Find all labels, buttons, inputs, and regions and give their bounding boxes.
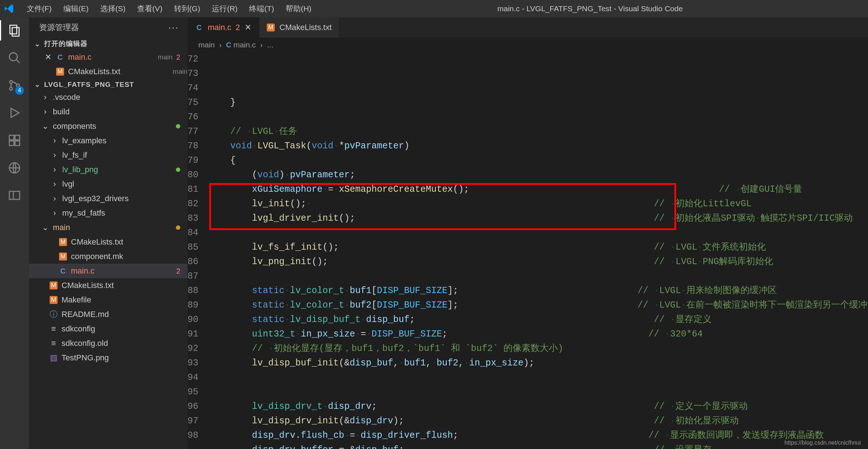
menu-item[interactable]: 查看(V) (132, 2, 168, 15)
svg-rect-13 (9, 191, 20, 199)
code-line[interactable]: static·lv_color_t·buf2[DISP_BUF_SIZE]; /… (208, 298, 868, 313)
open-editors-header[interactable]: ⌄ 打开的编辑器 (29, 38, 187, 50)
file-item[interactable]: MCMakeLists.txt (29, 235, 187, 249)
code-line[interactable] (208, 385, 868, 399)
code-line[interactable]: lv_disp_drv_t·disp_drv; // ·定义一个显示驱动 (208, 399, 868, 414)
menu-item[interactable]: 运行(R) (207, 2, 243, 15)
folder-name: lvgl (62, 179, 187, 189)
folder-item[interactable]: ›lvgl_esp32_drivers (29, 191, 187, 206)
line-number: 90 (187, 313, 198, 327)
open-editor-item[interactable]: MCMakeLists.txtmain (29, 64, 187, 79)
close-icon[interactable]: ✕ (244, 24, 252, 31)
file-item[interactable]: ≡sdkconfig.old (29, 336, 187, 351)
menu-item[interactable]: 帮助(H) (281, 2, 316, 15)
file-item[interactable]: ⓘREADME.md (29, 307, 187, 322)
menu-item[interactable]: 编辑(E) (58, 2, 94, 15)
close-icon[interactable]: ✕ (44, 52, 52, 62)
editor-tab[interactable]: Cmain.c2✕ (187, 17, 259, 38)
code-content[interactable]: } // ·LVGL·任务 void·LVGL_Task(void·*pvPar… (208, 52, 868, 449)
file-icon: C (195, 24, 203, 32)
code-line[interactable]: } (208, 96, 868, 110)
folder-item[interactable]: ›build (29, 105, 187, 119)
code-line[interactable]: lvgl_driver_init(); // ·初始化液晶SPI驱动·触摸芯片S… (208, 211, 868, 226)
sidebar-title: 资源管理器 (39, 22, 79, 33)
folder-item[interactable]: ›lv_examples (29, 134, 187, 148)
line-number: 75 (187, 96, 198, 110)
file-name: README.md (62, 310, 187, 319)
folder-item[interactable]: ›lv_lib_png (29, 162, 187, 177)
file-icon: M (49, 281, 58, 289)
breadcrumb-item[interactable]: main (198, 41, 215, 49)
code-line[interactable]: // ·LVGL·任务 (208, 124, 868, 139)
line-number: 73 (187, 67, 198, 81)
breadcrumb-item[interactable]: ... (267, 41, 274, 49)
file-item[interactable]: ≡sdkconfig (29, 322, 187, 336)
chevron-right-icon: › (260, 41, 263, 49)
folder-item[interactable]: ⌄components (29, 119, 187, 134)
code-line[interactable]: lv_init();· // ·初始化LittlevGL (208, 197, 868, 211)
breadcrumb-item[interactable]: Cmain.c (226, 41, 256, 49)
code-line[interactable] (208, 269, 868, 284)
file-item[interactable]: Mcomponent.mk (29, 249, 187, 264)
search-icon[interactable] (6, 49, 23, 67)
file-name: main.c (68, 52, 151, 62)
code-line[interactable]: void·LVGL_Task(void·*pvParameter) (208, 139, 868, 153)
menu-item[interactable]: 文件(F) (22, 2, 57, 15)
problem-badge: 2 (176, 53, 180, 62)
folder-item[interactable]: ›.vscode (29, 90, 187, 105)
line-number: 87 (187, 269, 198, 284)
code-line[interactable] (208, 370, 868, 385)
code-line[interactable] (208, 226, 868, 240)
layout-icon[interactable] (6, 187, 23, 204)
menu-item[interactable]: 转到(G) (169, 2, 205, 15)
code-line[interactable]: xGuiSemaphore·=·xSemaphoreCreateMutex();… (208, 182, 868, 197)
folder-item[interactable]: ⌄main (29, 220, 187, 235)
breadcrumb[interactable]: main›Cmain.c›... (187, 38, 868, 52)
editor-tab[interactable]: MCMakeLists.txt (259, 17, 339, 38)
line-number: 81 (187, 182, 198, 197)
chevron-right-icon: › (51, 194, 59, 203)
chevron-right-icon: › (51, 136, 59, 145)
open-editor-item[interactable]: ✕Cmain.cmain2 (29, 50, 187, 64)
file-icon: ≡ (49, 324, 58, 334)
code-line[interactable]: lv_fs_if_init(); // ·LVGL·文件系统初始化 (208, 240, 868, 255)
code-line[interactable]: lv_disp_drv_init(&disp_drv); // ·初始化显示驱动 (208, 414, 868, 428)
file-name: component.mk (71, 252, 187, 261)
code-line[interactable]: static·lv_color_t·buf1[DISP_BUF_SIZE]; /… (208, 284, 868, 298)
folder-item[interactable]: ›my_sd_fatfs (29, 206, 187, 220)
extensions-icon[interactable] (6, 132, 23, 149)
scm-icon[interactable]: 4 (6, 77, 23, 94)
code-line[interactable]: uint32_t·in_px_size·=·DISP_BUF_SIZE; // … (208, 327, 868, 342)
window-title: main.c - LVGL_FATFS_PNG_Test - Visual St… (316, 4, 864, 13)
code-editor[interactable]: 7273747576777879808182838485868788899091… (187, 52, 868, 449)
menu-item[interactable]: 终端(T) (244, 2, 279, 15)
code-line[interactable]: // ·初始化显存(显存，buf1，buf2，`buf1` 和 `buf2` 的… (208, 342, 868, 356)
tab-badge: 2 (236, 23, 240, 32)
code-line[interactable]: lv_png_init(); // ·LVGL·PNG解码库初始化 (208, 255, 868, 269)
code-line[interactable]: lv_disp_buf_init(&disp_buf,·buf1,·buf2,·… (208, 356, 868, 370)
file-item[interactable]: MCMakeLists.txt (29, 278, 187, 293)
folder-name: .vscode (53, 93, 187, 102)
file-icon: M (59, 238, 67, 246)
menu-item[interactable]: 选择(S) (95, 2, 131, 15)
svg-marker-7 (11, 108, 19, 117)
code-line[interactable]: static·lv_disp_buf_t·disp_buf; // ·显存定义 (208, 313, 868, 327)
tab-label: main.c (208, 23, 231, 32)
file-path: main (173, 68, 187, 76)
code-line[interactable]: disp_drv.flush_cb·=·disp_driver_flush; /… (208, 428, 868, 443)
code-line[interactable] (208, 110, 868, 124)
file-icon: ≡ (49, 339, 58, 348)
folder-item[interactable]: ›lvgl (29, 177, 187, 191)
file-item[interactable]: ▧TestPNG.png (29, 351, 187, 365)
explorer-icon[interactable] (6, 22, 23, 39)
project-header[interactable]: ⌄ LVGL_FATFS_PNG_TEST (29, 79, 187, 90)
remote-icon[interactable] (6, 159, 23, 177)
folder-item[interactable]: ›lv_fs_if (29, 148, 187, 162)
debug-icon[interactable] (6, 104, 23, 122)
file-item[interactable]: MMakefile (29, 293, 187, 307)
more-icon[interactable]: ··· (168, 22, 179, 33)
code-line[interactable]: { (208, 153, 868, 168)
file-item[interactable]: Cmain.c2 (29, 264, 187, 278)
code-line[interactable]: disp_drv.buffer·=·&disp_buf; // ·设置显存 (208, 443, 868, 449)
code-line[interactable]: (void)·pvParameter; (208, 168, 868, 182)
